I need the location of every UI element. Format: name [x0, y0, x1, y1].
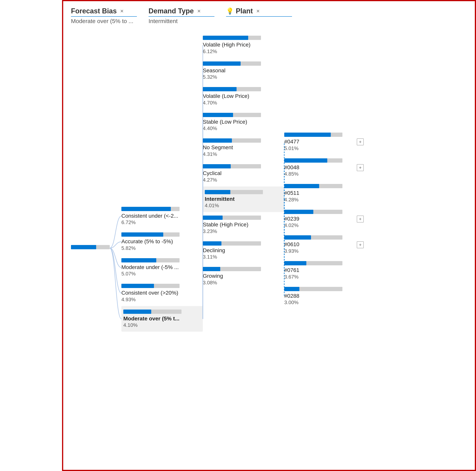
filter-row: Forecast Bias×Moderate over (5% to ...De… — [71, 7, 467, 24]
l3-bar-container-2 — [284, 184, 342, 188]
l1-node-0[interactable]: Consistent under (<-2...6.72% — [121, 203, 203, 229]
filter-close-demand-type[interactable]: × — [197, 8, 201, 14]
l2-label-7: Stable (High Price) — [203, 221, 284, 228]
l2-bar-container-4 — [203, 138, 261, 143]
l3-bar-fill-5 — [284, 261, 306, 265]
filter-chip-demand-type: Demand Type×Intermittent — [149, 7, 214, 24]
l2-bar-fill-0 — [203, 36, 248, 40]
l3-bar-container-3 — [284, 210, 342, 214]
l2-node-3[interactable]: Stable (Low Price)4.40% — [203, 109, 284, 135]
l2-bar-container-5 — [203, 164, 261, 168]
l3-node-2[interactable]: #05114.28% — [284, 181, 348, 206]
l2-bar-fill-2 — [203, 87, 237, 91]
l2-bar-fill-4 — [203, 138, 232, 143]
l3-bar-fill-2 — [284, 184, 319, 188]
l1-label-4: Moderate over (5% t... — [123, 315, 201, 322]
l1-node-2[interactable]: Moderate under (-5% ...5.07% — [121, 255, 203, 281]
l1-pct-2: 5.07% — [121, 271, 203, 277]
l2-node-7[interactable]: Stable (High Price)3.23% — [203, 212, 284, 238]
l1-bar-fill-1 — [121, 232, 163, 237]
l2-label-5: Cyclical — [203, 170, 284, 177]
l2-label-1: Seasonal — [203, 67, 284, 74]
l1-label-0: Consistent under (<-2... — [121, 213, 203, 219]
l3-label-6: #0288 — [284, 293, 348, 299]
l3-pct-4: 3.93% — [284, 248, 348, 254]
l2-pct-6: 4.01% — [205, 202, 282, 209]
l3-label-4: #0610 — [284, 241, 348, 248]
l2-bar-fill-7 — [203, 216, 222, 220]
l2-node-8[interactable]: Declining3.11% — [203, 238, 284, 264]
app-container: Forecast Bias×Moderate over (5% to ...De… — [0, 0, 476, 471]
l1-bar-container-0 — [121, 207, 180, 211]
l3-node-1[interactable]: #00484.85% — [284, 155, 348, 181]
filter-chip-header-plant: 💡Plant× — [226, 7, 292, 17]
l2-label-2: Volatile (Low Price) — [203, 93, 284, 100]
l2-bar-container-2 — [203, 87, 261, 91]
col-l2: Volatile (High Price)6.12%Seasonal5.32%V… — [203, 32, 284, 464]
l3-node-6[interactable]: #02883.00% — [284, 283, 348, 309]
l3-node-wrap-4: #06103.93%+ — [284, 232, 358, 258]
l2-bar-container-6 — [205, 190, 263, 194]
l3-node-5[interactable]: #07613.67% — [284, 258, 348, 283]
l2-bar-container-1 — [203, 61, 261, 66]
l3-pct-1: 4.85% — [284, 171, 348, 177]
l2-bar-fill-9 — [203, 267, 220, 271]
l3-node-wrap-1: #00484.85%+ — [284, 155, 358, 181]
l2-bar-container-0 — [203, 36, 261, 40]
l3-pct-0: 5.01% — [284, 145, 348, 151]
l3-bar-fill-6 — [284, 287, 299, 291]
plus-button-0[interactable]: + — [357, 138, 364, 145]
l3-node-3[interactable]: #02394.02% — [284, 206, 348, 232]
l2-bar-fill-5 — [203, 164, 231, 168]
l3-bar-fill-4 — [284, 235, 311, 240]
l3-node-wrap-0: #04775.01%+ — [284, 129, 358, 155]
l2-node-1[interactable]: Seasonal5.32% — [203, 58, 284, 84]
plus-button-1[interactable]: + — [357, 164, 364, 171]
l2-bar-container-8 — [203, 241, 261, 246]
l2-node-9[interactable]: Growing3.08% — [203, 263, 284, 289]
l1-node-1[interactable]: Accurate (5% to -5%)5.82% — [121, 229, 203, 255]
l3-pct-5: 3.67% — [284, 274, 348, 280]
l2-node-6[interactable]: Intermittent4.01% — [203, 186, 284, 212]
filter-chip-header-forecast-bias: Forecast Bias× — [71, 7, 137, 17]
l1-node-3[interactable]: Consistent over (>20%)4.93% — [121, 280, 203, 306]
l1-bar-container-2 — [121, 258, 180, 262]
l2-node-0[interactable]: Volatile (High Price)6.12% — [203, 32, 284, 58]
filter-close-forecast-bias[interactable]: × — [120, 8, 124, 14]
l3-bar-fill-0 — [284, 133, 331, 137]
col-l3: #04775.01%+#00484.85%+#05114.28%#02394.0… — [284, 32, 358, 464]
l3-label-1: #0048 — [284, 164, 348, 171]
l2-pct-1: 5.32% — [203, 74, 284, 80]
l2-node-2[interactable]: Volatile (Low Price)4.70% — [203, 84, 284, 109]
explain-by-panel — [0, 0, 62, 471]
filter-value-demand-type: Intermittent — [149, 18, 214, 24]
l2-pct-9: 3.08% — [203, 280, 284, 286]
l1-bar-container-1 — [121, 232, 180, 237]
l2-pct-7: 3.23% — [203, 228, 284, 234]
l2-label-8: Declining — [203, 247, 284, 254]
l3-bar-container-4 — [284, 235, 342, 240]
filter-chip-plant: 💡Plant× — [226, 7, 292, 24]
filter-value-forecast-bias: Moderate over (5% to ... — [71, 18, 137, 24]
l2-node-4[interactable]: No Segment4.31% — [203, 135, 284, 161]
l3-node-0[interactable]: #04775.01% — [284, 129, 348, 155]
filter-chip-forecast-bias: Forecast Bias×Moderate over (5% to ... — [71, 7, 137, 24]
l2-bar-fill-1 — [203, 61, 241, 66]
plus-button-4[interactable]: + — [357, 241, 364, 248]
l1-pct-0: 6.72% — [121, 219, 203, 225]
l3-label-3: #0239 — [284, 216, 348, 222]
root-node[interactable] — [71, 241, 110, 255]
l1-node-4[interactable]: Moderate over (5% t...4.10% — [121, 306, 203, 332]
l2-bar-container-3 — [203, 113, 261, 117]
l2-node-5[interactable]: Cyclical4.27% — [203, 161, 284, 186]
plus-button-3[interactable]: + — [357, 216, 364, 222]
l2-bar-container-9 — [203, 267, 261, 271]
l3-node-wrap-5: #07613.67% — [284, 258, 358, 283]
l3-node-4[interactable]: #06103.93% — [284, 232, 348, 258]
l3-pct-3: 4.02% — [284, 222, 348, 228]
l1-bar-fill-2 — [121, 258, 156, 262]
root-bar-fill — [71, 245, 96, 249]
l1-label-2: Moderate under (-5% ... — [121, 264, 203, 270]
l3-pct-2: 4.28% — [284, 197, 348, 203]
filter-close-plant[interactable]: × — [256, 8, 260, 14]
